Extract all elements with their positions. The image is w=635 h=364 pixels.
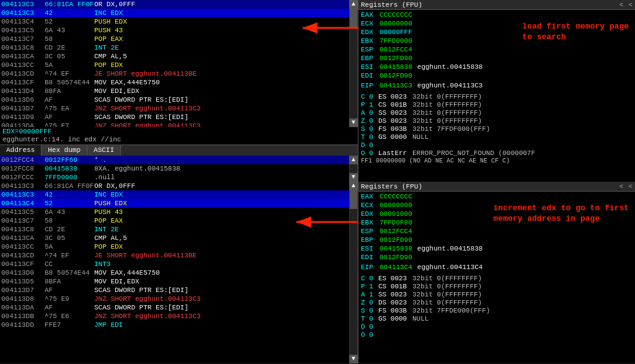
flag-name: S 0 bbox=[361, 125, 378, 133]
bottom-disasm-scrollbar[interactable]: ▲ ▼ bbox=[349, 182, 358, 363]
disasm-hex: 5A bbox=[45, 61, 94, 69]
disasm-addr: 004113DA bbox=[1, 122, 45, 127]
disasm-addr: 004113CF bbox=[1, 79, 45, 86]
reg-row: EBX7FFD0000 bbox=[361, 37, 633, 45]
disasm-mnem: SCAS DWORD PTR ES:[EDI] bbox=[94, 113, 189, 121]
scroll-down-button[interactable]: ▼ bbox=[349, 118, 358, 127]
disasm-hex: FFE7 bbox=[45, 321, 94, 329]
scroll-thumb-b[interactable] bbox=[350, 190, 357, 209]
flag-row: O 0 bbox=[361, 331, 633, 339]
top-reg-header: Registers (FPU) < < bbox=[358, 0, 635, 10]
disasm-row[interactable]: 004113DDFFE7JMP EDI bbox=[0, 321, 349, 329]
flag-bits: 32bit 7FFDE000(FFF) bbox=[412, 307, 490, 314]
disasm-addr: 004113CD bbox=[1, 252, 45, 259]
disasm-row[interactable]: 004113D6AFSCAS DWORD PTR ES:[EDI] bbox=[0, 95, 349, 104]
collapse-right-icon[interactable]: < bbox=[628, 1, 633, 9]
hex-dump-row[interactable]: 0012FCC8004158388XA. egghunt.00415838 bbox=[0, 164, 349, 173]
disasm-row[interactable]: 004113DAAFSCAS DWORD PTR ES:[EDI] bbox=[0, 303, 349, 312]
bottom-half: 004113C366:81CA FF0FOR DX,0FFF004113C342… bbox=[0, 182, 635, 363]
disasm-row[interactable]: 004113C342INC EDX bbox=[0, 9, 349, 17]
disasm-row[interactable]: 004113C758POP EAX bbox=[0, 35, 349, 43]
disasm-row[interactable]: 004113CFCCINT3 bbox=[0, 260, 349, 269]
disasm-row[interactable]: 004113D9AFSCAS DWORD PTR ES:[EDI] bbox=[0, 113, 349, 122]
top-tabs-bar: Address Hex dump ASCII bbox=[0, 144, 358, 156]
disasm-addr: 004113C7 bbox=[1, 217, 45, 224]
disasm-addr: 004113D7 bbox=[1, 105, 45, 112]
reg-val: 7FFD0F00 bbox=[380, 219, 412, 226]
disasm-hex: ^75 EA bbox=[45, 105, 94, 112]
disasm-addr: 004113CF bbox=[1, 260, 45, 268]
b-collapse-right-icon[interactable]: < bbox=[628, 183, 633, 190]
seg-name: ES 0023 bbox=[378, 275, 412, 282]
scroll-down-b-button[interactable]: ▼ bbox=[349, 355, 358, 363]
disasm-addr: 004113D0 bbox=[1, 269, 45, 277]
tab-ascii[interactable]: ASCII bbox=[87, 145, 121, 156]
disasm-row[interactable]: 004113C342INC EDX bbox=[0, 190, 349, 199]
disasm-row[interactable]: 004113C758POP EAX bbox=[0, 216, 349, 225]
top-disasm-scrollbar[interactable]: ▲ ▼ bbox=[349, 0, 358, 127]
disasm-row[interactable]: 004113C366:81CA FF0FOR DX,0FFF bbox=[0, 0, 349, 9]
disasm-addr: 004113D5 bbox=[1, 278, 45, 285]
scroll-down-hex-button[interactable]: ▼ bbox=[349, 173, 358, 182]
mem-hex: 0012FF60 bbox=[45, 156, 94, 164]
disasm-row[interactable]: 004113C452PUSH EDX bbox=[0, 199, 349, 208]
disasm-row[interactable]: 004113C452PUSH EDX bbox=[0, 17, 349, 26]
tab-hexdump[interactable]: Hex dump bbox=[42, 145, 87, 156]
reg-name: ESP bbox=[361, 46, 380, 53]
bottom-disasm-area: 004113C366:81CA FF0FOR DX,0FFF004113C342… bbox=[0, 182, 349, 363]
disasm-row[interactable]: 004113CC5APOP EDX bbox=[0, 242, 349, 251]
disasm-row[interactable]: 004113CD^74 EFJE SHORT egghunt.004113BE bbox=[0, 69, 349, 78]
top-hexdump-scrollbar[interactable]: ▲ ▼ bbox=[349, 156, 358, 182]
mem-ascii: * . bbox=[94, 156, 107, 164]
scroll-up-hex-button[interactable]: ▲ bbox=[349, 156, 358, 164]
disasm-addr: 004113C8 bbox=[1, 44, 45, 51]
flag-bits: NULL bbox=[412, 133, 429, 141]
reg-name: ECX bbox=[361, 20, 380, 27]
disasm-row[interactable]: 004113D8^75 E9JNZ SHORT egghunt.004113C3 bbox=[0, 295, 349, 303]
bottom-right-panel: Registers (FPU) < < EAXCCCCCCCCECX000000… bbox=[358, 182, 635, 363]
disasm-row[interactable]: 004113C366:81CA FF0FOR DX,0FFF bbox=[0, 182, 349, 190]
disasm-hex: ^74 EF bbox=[45, 70, 94, 78]
reg-name: EBP bbox=[361, 236, 380, 244]
scroll-up-button[interactable]: ▲ bbox=[349, 0, 358, 9]
disasm-row[interactable]: 004113DA^75 E7JNZ SHORT egghunt.004113C3 bbox=[0, 122, 349, 127]
hex-dump-row[interactable]: 0012FCCC7FFD0000.null bbox=[0, 173, 349, 182]
reg-val: 0012FD90 bbox=[380, 254, 412, 261]
top-right-panel: Registers (FPU) < < EAXCCCCCCCCECX000000… bbox=[358, 0, 635, 182]
flag-bits: ERROR_PROC_NOT_FOUND (0000007F bbox=[412, 149, 535, 157]
disasm-row[interactable]: 004113C56A 43PUSH 43 bbox=[0, 208, 349, 216]
disasm-row[interactable]: 004113C8CD 2EINT 2E bbox=[0, 43, 349, 52]
disasm-addr: 004113CD bbox=[1, 70, 45, 78]
seg-name: CS 001B bbox=[378, 101, 412, 109]
reg-name: EDI bbox=[361, 254, 380, 261]
disasm-row[interactable]: 004113D7AFSCAS DWORD PTR ES:[EDI] bbox=[0, 286, 349, 295]
disasm-row[interactable]: 004113CA3C 05CMP AL,5 bbox=[0, 234, 349, 242]
tab-address[interactable]: Address bbox=[0, 145, 42, 156]
disasm-row[interactable]: 004113CC5APOP EDX bbox=[0, 61, 349, 69]
disasm-row[interactable]: 004113CA3C 05CMP AL,5 bbox=[0, 52, 349, 61]
disasm-row[interactable]: 004113CFB8 50574E44MOV EAX,444E5750 bbox=[0, 78, 349, 87]
disasm-row[interactable]: 004113D0B8 50574E44MOV EAX,444E5750 bbox=[0, 269, 349, 277]
disasm-row[interactable]: 004113DB^75 E6JNZ SHORT egghunt.004113C3 bbox=[0, 312, 349, 321]
last-err-row: FF1 00000000 (NO AD NE AC NC AE NE CF C) bbox=[361, 157, 633, 165]
disasm-row[interactable]: 004113C56A 43PUSH 43 bbox=[0, 26, 349, 35]
seg-name: DS 0023 bbox=[378, 117, 412, 125]
b-collapse-left-icon[interactable]: < bbox=[619, 183, 624, 190]
disasm-hex: 6A 43 bbox=[45, 27, 94, 34]
hex-dump-row[interactable]: 0012FCC40012FF60* . bbox=[0, 156, 349, 164]
scroll-up-b-button[interactable]: ▲ bbox=[349, 182, 358, 190]
disasm-row[interactable]: 004113C8CD 2EINT 2E bbox=[0, 225, 349, 234]
disasm-row[interactable]: 004113CD^74 EFJE SHORT egghunt.004113BE bbox=[0, 251, 349, 260]
disasm-mnem: OR DX,0FFF bbox=[94, 1, 135, 8]
collapse-left-icon[interactable]: < bbox=[619, 1, 624, 9]
disasm-row[interactable]: 004113D58BFAMOV EDI,EDX bbox=[0, 277, 349, 286]
scroll-thumb[interactable] bbox=[350, 9, 357, 27]
flag-name: O 0 bbox=[361, 331, 378, 339]
flag-name: T 0 bbox=[361, 133, 378, 141]
scroll-track-b bbox=[350, 190, 357, 355]
disasm-row[interactable]: 004113D48BFAMOV EDI,EDX bbox=[0, 87, 349, 95]
reg-row: ESI00415838 egghunt.00415838 bbox=[361, 244, 633, 253]
flag-name: A 1 bbox=[361, 291, 378, 298]
disasm-row[interactable]: 004113D7^75 EAJNZ SHORT egghunt.004113C3 bbox=[0, 104, 349, 113]
disasm-mnem: INT 2E bbox=[94, 226, 119, 233]
